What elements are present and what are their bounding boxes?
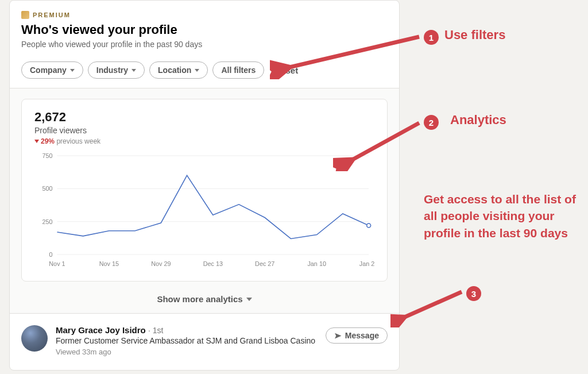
viewer-degree: · 1st <box>148 326 163 335</box>
filter-location-label: Location <box>158 65 191 75</box>
annotation-bullet-3: 3 <box>466 286 481 301</box>
filter-company-label: Company <box>30 65 67 75</box>
annotation-text-3: Get access to all the list of all people… <box>424 191 585 241</box>
svg-text:Nov 15: Nov 15 <box>99 260 119 267</box>
profile-views-chart: 0250500750Nov 1Nov 15Nov 29Dec 13Dec 27J… <box>34 150 374 271</box>
delta-percent: 29% <box>41 137 55 145</box>
message-button[interactable]: Message <box>326 327 388 344</box>
profile-views-panel: PREMIUM Who's viewed your profile People… <box>9 0 400 371</box>
svg-text:0: 0 <box>49 251 53 258</box>
filter-all[interactable]: All filters <box>212 61 264 79</box>
metric-delta: 29% previous week <box>34 137 374 145</box>
premium-label: PREMIUM <box>33 11 71 18</box>
chevron-down-icon <box>131 69 136 72</box>
show-more-analytics[interactable]: Show more analytics <box>10 286 399 313</box>
annotation-arrow-3 <box>390 287 477 327</box>
filter-industry[interactable]: Industry <box>88 61 145 79</box>
message-label: Message <box>345 331 379 340</box>
svg-text:Dec 27: Dec 27 <box>255 260 274 267</box>
chevron-down-icon <box>195 69 199 72</box>
page-title: Who's viewed your profile <box>10 22 399 37</box>
svg-point-8 <box>367 223 371 228</box>
filter-industry-label: Industry <box>96 65 128 75</box>
delta-text: previous week <box>56 137 100 145</box>
filter-company[interactable]: Company <box>21 61 83 79</box>
premium-icon <box>21 11 29 19</box>
show-more-label: Show more analytics <box>157 294 242 304</box>
viewer-time: Viewed 33m ago <box>56 348 388 356</box>
svg-text:Nov 1: Nov 1 <box>49 260 65 267</box>
filter-all-label: All filters <box>221 65 256 75</box>
send-icon <box>334 332 342 340</box>
svg-text:500: 500 <box>42 185 52 192</box>
chevron-down-icon <box>246 298 252 301</box>
metric-label: Profile viewers <box>34 126 374 135</box>
analytics-section: 2,672 Profile viewers 29% previous week … <box>10 88 399 286</box>
svg-text:Jan 24: Jan 24 <box>359 260 374 267</box>
annotation-bullet-2: 2 <box>424 115 439 130</box>
avatar <box>21 325 48 352</box>
svg-text:Nov 29: Nov 29 <box>151 260 171 267</box>
filter-bar: Company Industry Location All filters Re… <box>10 61 399 88</box>
page-subtitle: People who viewed your profile in the pa… <box>10 40 399 49</box>
svg-text:250: 250 <box>42 218 52 225</box>
svg-text:Dec 13: Dec 13 <box>203 260 223 267</box>
viewer-list-item[interactable]: Mary Grace Joy Isidro · 1st Former Custo… <box>10 313 399 370</box>
chevron-down-icon <box>70 69 75 72</box>
premium-badge: PREMIUM <box>10 11 399 19</box>
svg-line-18 <box>402 292 462 318</box>
svg-text:750: 750 <box>42 152 52 159</box>
svg-text:Jan 10: Jan 10 <box>307 260 326 267</box>
trend-down-icon <box>34 140 39 143</box>
metric-value: 2,672 <box>34 110 374 125</box>
analytics-card: 2,672 Profile viewers 29% previous week … <box>21 99 388 282</box>
annotation-text-1: Use filters <box>444 28 505 43</box>
annotation-text-2: Analytics <box>450 113 506 128</box>
annotation-bullet-1: 1 <box>424 30 439 45</box>
filter-location[interactable]: Location <box>149 61 208 79</box>
viewer-name: Mary Grace Joy Isidro <box>56 325 146 335</box>
reset-button[interactable]: Reset <box>269 62 304 79</box>
